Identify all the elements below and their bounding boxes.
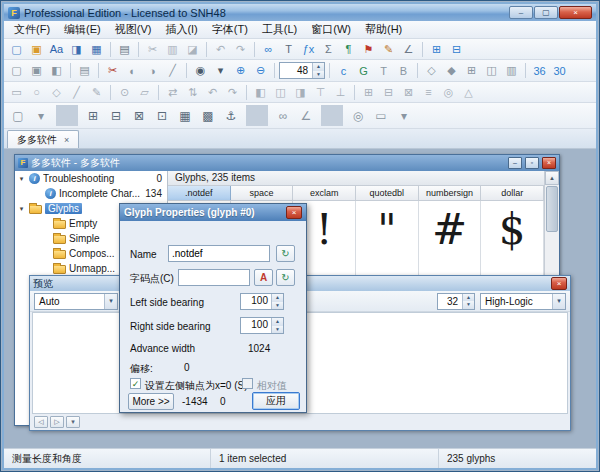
- polygon-tool-button[interactable]: ◇: [47, 84, 66, 101]
- metrics-grid-button[interactable]: ⊟: [447, 41, 466, 58]
- menu-item[interactable]: 文件(F): [7, 20, 57, 39]
- left-side-bearing-spinner[interactable]: 100 ▲▼: [240, 293, 284, 310]
- angle-measure-button[interactable]: ∠: [295, 105, 317, 126]
- grid-settings-button[interactable]: ⊞: [427, 41, 446, 58]
- preview-engine-combo[interactable]: High-Logic ▾: [480, 293, 566, 310]
- snap-button[interactable]: ◎: [439, 84, 458, 101]
- expand-arrow-icon[interactable]: ▾: [17, 175, 26, 183]
- anchor-button[interactable]: ⚓: [220, 105, 242, 126]
- dialog-close-button[interactable]: ×: [286, 206, 302, 219]
- redo-button[interactable]: ↷: [231, 41, 250, 58]
- name-input[interactable]: [168, 245, 270, 262]
- point-tool-button[interactable]: ⊙: [115, 84, 134, 101]
- text-mode-button[interactable]: T: [374, 62, 393, 79]
- align-right-button[interactable]: ◨: [291, 84, 310, 101]
- guides-button[interactable]: ◎: [347, 105, 369, 126]
- bold-preview-button[interactable]: B: [394, 62, 413, 79]
- new-window-dropdown[interactable]: ▾: [30, 105, 52, 126]
- set-left-axis-checkbox[interactable]: ✓: [130, 378, 141, 389]
- rotate-ccw-button[interactable]: ↶: [203, 84, 222, 101]
- codepoint-input[interactable]: [178, 269, 250, 286]
- knife-button[interactable]: ✂: [103, 62, 122, 79]
- scroll-up-icon[interactable]: ▲: [545, 171, 559, 185]
- glyph-column-header[interactable]: .notdef: [168, 186, 231, 200]
- relative-value-checkbox[interactable]: [242, 378, 253, 389]
- contour-mode-button[interactable]: c: [334, 62, 353, 79]
- glyph-overview-button[interactable]: ▣: [27, 62, 46, 79]
- contour-tool-button[interactable]: ▱: [135, 84, 154, 101]
- save-all-button[interactable]: ▦: [87, 41, 106, 58]
- insert-link-button[interactable]: ∞: [259, 41, 278, 58]
- glyph-column-header[interactable]: quotedbl: [356, 186, 419, 200]
- open-font-button[interactable]: ▣: [27, 41, 46, 58]
- menu-item[interactable]: 插入(I): [158, 20, 204, 39]
- menu-item[interactable]: 工具(L): [255, 20, 304, 39]
- flip-vertical-button[interactable]: ⇅: [183, 84, 202, 101]
- more-button[interactable]: More >>: [128, 393, 174, 410]
- glyph-column-header[interactable]: numbersign: [419, 186, 482, 200]
- rotate-cw-button[interactable]: ↷: [223, 84, 242, 101]
- print-preview-button[interactable]: ▤: [75, 62, 94, 79]
- new-font-button[interactable]: ▢: [7, 41, 26, 58]
- preview-mode-combo[interactable]: Auto ▾: [34, 293, 118, 310]
- preview-prev-button[interactable]: ◁: [34, 416, 48, 428]
- union-button[interactable]: ⊞: [359, 84, 378, 101]
- scrollbar-thumb[interactable]: [546, 186, 558, 232]
- save-button[interactable]: ◨: [67, 41, 86, 58]
- maximize-button[interactable]: ▢: [534, 6, 558, 19]
- menu-item[interactable]: 窗口(W): [304, 20, 358, 39]
- expand-arrow-icon[interactable]: ▾: [17, 205, 26, 213]
- minimize-button[interactable]: –: [509, 6, 533, 19]
- order-button[interactable]: ≡: [419, 84, 438, 101]
- undo-button[interactable]: ↶: [211, 41, 230, 58]
- spinner-buttons[interactable]: ▲▼: [271, 318, 283, 333]
- font-overview-button[interactable]: Aa: [47, 41, 66, 58]
- glyph-column-header[interactable]: space: [231, 186, 294, 200]
- zoom-tool-button[interactable]: ◉: [191, 62, 210, 79]
- ruler-button[interactable]: ▭: [370, 105, 392, 126]
- apply-button[interactable]: 应用: [252, 392, 300, 410]
- child-title-bar[interactable]: F 多多软件 - 多多软件 – ▫ ×: [15, 155, 559, 171]
- rotate-right-button[interactable]: ◑: [143, 62, 162, 79]
- size-36-button[interactable]: 36: [530, 62, 549, 79]
- glyph-mode-button[interactable]: G: [354, 62, 373, 79]
- preview-options-button[interactable]: ▾: [66, 416, 80, 428]
- codepoint-tag-icon[interactable]: A: [254, 269, 273, 286]
- size-30-button[interactable]: 30: [550, 62, 569, 79]
- cell-grid-button[interactable]: ⊞: [82, 105, 104, 126]
- outline-button[interactable]: △: [459, 84, 478, 101]
- child-close-button[interactable]: ×: [542, 157, 556, 169]
- close-button[interactable]: ×: [559, 6, 592, 19]
- align-center-button[interactable]: ◫: [271, 84, 290, 101]
- ellipse-tool-button[interactable]: ○: [27, 84, 46, 101]
- paragraph-button[interactable]: ¶: [339, 41, 358, 58]
- line-tool-button[interactable]: ╱: [67, 84, 86, 101]
- child-minimize-button[interactable]: –: [508, 157, 522, 169]
- align-top-button[interactable]: ⊤: [311, 84, 330, 101]
- intersect-button[interactable]: ⊠: [399, 84, 418, 101]
- preview-next-button[interactable]: ▷: [50, 416, 64, 428]
- cut-button[interactable]: ✂: [143, 41, 162, 58]
- angle-button[interactable]: ∠: [399, 41, 418, 58]
- menu-item[interactable]: 字体(T): [205, 20, 255, 39]
- slant-button[interactable]: ╱: [163, 62, 182, 79]
- cell-span-button[interactable]: ⊡: [151, 105, 173, 126]
- align-left-button[interactable]: ◧: [251, 84, 270, 101]
- right-side-bearing-spinner[interactable]: 100 ▲▼: [240, 317, 284, 334]
- guides-toggle-button[interactable]: ◫: [482, 62, 501, 79]
- cell-columns-button[interactable]: ⊠: [128, 105, 150, 126]
- cell-shading-button[interactable]: ▩: [197, 105, 219, 126]
- opentype-function-button[interactable]: ƒx: [299, 41, 318, 58]
- tab-close-icon[interactable]: ×: [64, 135, 69, 145]
- subtract-button[interactable]: ⊟: [379, 84, 398, 101]
- pen-tool-button[interactable]: ✎: [87, 84, 106, 101]
- dialog-title-bar[interactable]: Glyph Properties (glyph #0) ×: [120, 204, 306, 221]
- spinner-buttons[interactable]: ▲▼: [271, 294, 283, 309]
- zoom-out-button[interactable]: ⊖: [251, 62, 270, 79]
- curves-button[interactable]: ◆: [442, 62, 461, 79]
- flip-horizontal-button[interactable]: ⇄: [163, 84, 182, 101]
- points-button[interactable]: ◇: [422, 62, 441, 79]
- tree-item[interactable]: Incomplete Char... 134: [15, 186, 167, 201]
- flag-button[interactable]: ⚑: [359, 41, 378, 58]
- metrics-toggle-button[interactable]: ▥: [502, 62, 521, 79]
